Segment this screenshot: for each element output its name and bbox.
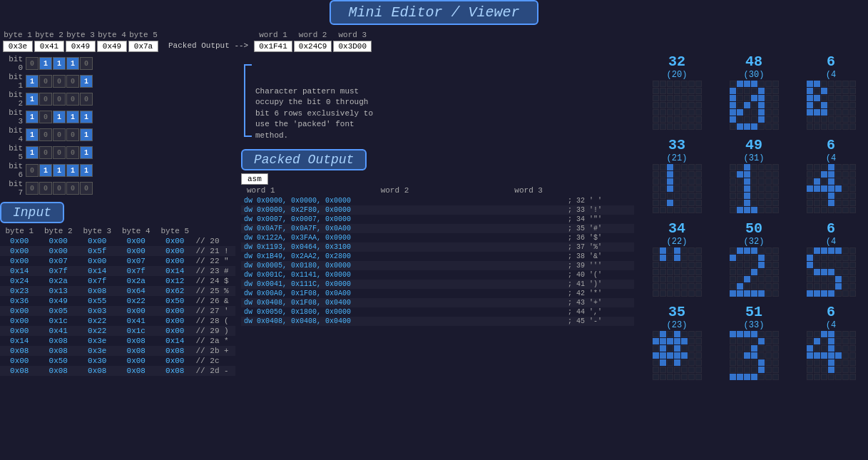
bit-row-label: bit 4 [0, 126, 23, 143]
pixel-cell [765, 345, 772, 352]
bit-cell: 0 [39, 75, 52, 88]
pixel-cell [814, 276, 820, 282]
pixel-cell [695, 345, 702, 352]
bit-grid: bit 001110bit 110001bit 210000bit 310111… [0, 55, 235, 198]
pixel-cell [744, 269, 750, 275]
pixel-cell [828, 290, 834, 297]
pixel-cell [814, 262, 820, 268]
table-cell: 0x22 [78, 326, 117, 336]
table-cell: 0x50 [39, 356, 78, 366]
pixel-cell [660, 352, 666, 359]
pixel-cell [814, 88, 820, 94]
bit-cells: 01110 [26, 57, 93, 70]
pixel-cell [772, 193, 779, 199]
char-number-small: (22) [667, 237, 688, 246]
pixel-cell [772, 81, 779, 87]
pixel-cell [772, 207, 779, 213]
pixel-cell [765, 178, 772, 185]
packed-comment-cell: ; 32 ' ' [536, 196, 634, 205]
bit-cell: 0 [39, 111, 52, 123]
bit-cell: 1 [26, 128, 39, 141]
table-row: dw 0x1B49, 0x2AA2, 0x2800; 38 '&' [241, 252, 634, 261]
pixel-cell [688, 185, 695, 192]
pixel-cell [842, 200, 849, 206]
pixel-cell [744, 247, 750, 254]
pixel-cell [744, 123, 750, 130]
pixel-cell [653, 338, 659, 344]
pixel-cell [681, 178, 688, 185]
pixel-cell [772, 352, 779, 359]
pixel-cell [751, 164, 757, 170]
pixel-cell [807, 178, 813, 185]
pixel-cell [674, 81, 680, 87]
bit-cell: 0 [53, 75, 66, 88]
table-cell: 0x08 [78, 366, 117, 376]
table-cell: // 24 $ [195, 276, 236, 286]
pixel-cell [667, 178, 673, 185]
pixel-cell [667, 331, 673, 337]
pixel-cell [681, 255, 688, 261]
pixel-cell [688, 88, 695, 94]
pixel-cell [814, 200, 820, 206]
pixel-cell [681, 359, 688, 366]
pixel-cell [681, 345, 688, 352]
table-cell: 0x00 [78, 236, 117, 246]
asm-tab[interactable]: asm [241, 173, 268, 185]
pixel-cell [695, 247, 702, 254]
pixel-cell [674, 193, 680, 199]
pixel-cell [758, 367, 765, 373]
pixel-cell [835, 164, 842, 170]
pixel-cell [695, 359, 702, 366]
pixel-cell [653, 276, 659, 282]
pixel-grid [653, 81, 702, 130]
pixel-cell [835, 123, 842, 130]
pixel-cell [849, 116, 856, 123]
pixel-cell [842, 81, 849, 87]
table-row: 0x000x000x5f0x000x00// 21 ! [0, 246, 235, 256]
pixel-cell [821, 116, 827, 123]
bit-cells: 00000 [26, 182, 93, 195]
packed-dw-cell: dw 0x0A7F, 0x0A7F, 0x0A00 [241, 224, 536, 233]
pixel-cell [751, 269, 757, 275]
pixel-cell [765, 255, 772, 261]
char-item: 51(33) [717, 305, 791, 380]
pixel-cell [828, 247, 834, 254]
pixel-cell [674, 123, 680, 130]
input-table: byte 1byte 2byte 3byte 4byte 5 0x000x000… [0, 226, 235, 376]
pixel-cell [737, 276, 743, 282]
pixel-cell [758, 352, 765, 359]
pixel-cell [807, 200, 813, 206]
bracket-svg [241, 58, 255, 143]
pixel-cell [660, 374, 666, 380]
pixel-cell [821, 359, 827, 366]
pixel-cell [849, 359, 856, 366]
char-number-big: 34 [668, 222, 685, 236]
pixel-cell [737, 178, 743, 185]
input-col-header: byte 1 [0, 226, 39, 236]
pixel-cell [842, 171, 849, 178]
pixel-cell [688, 283, 695, 290]
pixel-cell [688, 290, 695, 297]
pixel-cell [751, 247, 757, 254]
pixel-cell [849, 88, 856, 94]
pixel-cell [688, 247, 695, 254]
input-col-header: byte 2 [39, 226, 78, 236]
pixel-cell [835, 283, 842, 290]
packed-comment-cell: ; 35 '#' [536, 224, 634, 233]
pixel-cell [695, 283, 702, 290]
pixel-cell [835, 255, 842, 261]
pixel-cell [758, 338, 765, 344]
bit-cells: 10111 [26, 111, 93, 123]
table-row: dw 0x0000, 0x0000, 0x0000; 32 ' ' [241, 196, 634, 205]
packed-output-label-wrapper: Packed Output [241, 149, 634, 170]
char-number-big: 32 [668, 55, 685, 69]
table-cell: 0x13 [39, 286, 78, 296]
pixel-cell [807, 359, 813, 366]
pixel-cell [730, 359, 736, 366]
pixel-cell [695, 269, 702, 275]
pixel-cell [758, 178, 765, 185]
bit-row: bit 510001 [0, 144, 235, 161]
pixel-grid [730, 247, 779, 297]
pixel-cell [737, 116, 743, 123]
pixel-cell [814, 338, 820, 344]
